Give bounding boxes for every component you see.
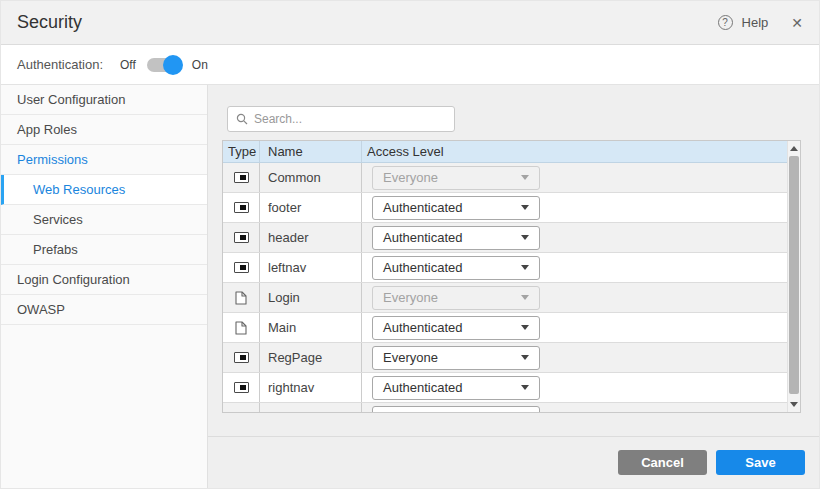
type-cell [223, 193, 260, 222]
main-panel: Type Name Access Level CommonEveryonefoo… [208, 85, 819, 488]
access-level-cell: Authenticated [362, 193, 787, 222]
chevron-down-icon [521, 205, 529, 210]
table-row: headerAuthenticated [223, 223, 787, 253]
type-cell [223, 283, 260, 312]
help-icon[interactable]: ? [718, 15, 733, 30]
column-header-access-level: Access Level [362, 141, 787, 162]
table-row: footerAuthenticated [223, 193, 787, 223]
table-row [223, 403, 787, 412]
scroll-down-arrow-icon[interactable] [790, 402, 798, 407]
access-level-cell: Authenticated [362, 373, 787, 402]
table-header-row: Type Name Access Level [223, 141, 787, 163]
partial-type-icon [234, 382, 249, 393]
scrollbar-thumb[interactable] [789, 156, 799, 394]
access-level-value: Everyone [383, 290, 438, 305]
table-row: MainAuthenticated [223, 313, 787, 343]
table-scrollbar[interactable] [787, 141, 800, 412]
window-header: Security ? Help ✕ [1, 1, 819, 45]
chevron-down-icon [521, 295, 529, 300]
security-window: Security ? Help ✕ Authentication: Off On… [0, 0, 820, 489]
resource-name: footer [260, 193, 362, 222]
search-icon [236, 113, 248, 125]
chevron-down-icon [521, 175, 529, 180]
page-title: Security [17, 12, 82, 33]
partial-type-icon [234, 202, 249, 213]
access-level-select[interactable]: Authenticated [372, 226, 540, 250]
access-level-value: Authenticated [383, 380, 463, 395]
resource-name: Main [260, 313, 362, 342]
footer-divider [208, 436, 819, 437]
column-header-name: Name [260, 141, 362, 162]
chevron-down-icon [521, 385, 529, 390]
access-level-value: Authenticated [383, 320, 463, 335]
sidebar-item-login-configuration[interactable]: Login Configuration [1, 265, 207, 295]
access-level-value: Authenticated [383, 230, 463, 245]
access-level-select[interactable]: Authenticated [372, 376, 540, 400]
toggle-knob [163, 55, 183, 75]
partial-type-icon [234, 232, 249, 243]
access-level-select: Everyone [372, 166, 540, 190]
close-icon[interactable]: ✕ [791, 15, 803, 31]
help-link[interactable]: Help [742, 15, 769, 30]
save-button[interactable]: Save [716, 450, 805, 475]
type-cell [223, 253, 260, 282]
type-cell [223, 343, 260, 372]
partial-type-icon [234, 172, 249, 183]
resource-name: Login [260, 283, 362, 312]
chevron-down-icon [521, 235, 529, 240]
resource-name: header [260, 223, 362, 252]
type-cell [223, 373, 260, 402]
table-row: rightnavAuthenticated [223, 373, 787, 403]
access-level-value: Everyone [383, 170, 438, 185]
sidebar-item-permissions[interactable]: Permissions [1, 145, 207, 175]
access-level-value: Authenticated [383, 200, 463, 215]
access-level-select[interactable]: Everyone [372, 346, 540, 370]
page-type-icon [235, 291, 247, 305]
cancel-button[interactable]: Cancel [618, 450, 707, 475]
authentication-label: Authentication: [17, 57, 103, 72]
resource-name: Common [260, 163, 362, 192]
access-level-select[interactable]: Authenticated [372, 256, 540, 280]
sidebar-item-user-configuration[interactable]: User Configuration [1, 85, 207, 115]
resources-table: Type Name Access Level CommonEveryonefoo… [222, 140, 801, 413]
chevron-down-icon [521, 355, 529, 360]
access-level-cell [362, 403, 787, 412]
access-level-cell: Everyone [362, 343, 787, 372]
authentication-bar: Authentication: Off On [1, 45, 819, 85]
sidebar-item-web-resources[interactable]: Web Resources [1, 175, 207, 205]
type-cell [223, 403, 260, 412]
authentication-toggle[interactable] [145, 55, 183, 75]
sidebar-item-prefabs[interactable]: Prefabs [1, 235, 207, 265]
access-level-value: Authenticated [383, 260, 463, 275]
resource-name: RegPage [260, 343, 362, 372]
access-level-select[interactable] [372, 406, 540, 413]
scroll-up-arrow-icon[interactable] [790, 146, 798, 151]
resource-name: rightnav [260, 373, 362, 402]
type-cell [223, 223, 260, 252]
table-row: RegPageEveryone [223, 343, 787, 373]
toggle-off-label: Off [120, 58, 136, 72]
access-level-select[interactable]: Authenticated [372, 316, 540, 340]
access-level-cell: Authenticated [362, 223, 787, 252]
sidebar-item-owasp[interactable]: OWASP [1, 295, 207, 325]
access-level-cell: Everyone [362, 163, 787, 192]
type-cell [223, 163, 260, 192]
resource-name: leftnav [260, 253, 362, 282]
chevron-down-icon [521, 325, 529, 330]
search-input[interactable] [254, 112, 446, 126]
sidebar-item-services[interactable]: Services [1, 205, 207, 235]
access-level-select[interactable]: Authenticated [372, 196, 540, 220]
column-header-type: Type [223, 141, 260, 162]
type-cell [223, 313, 260, 342]
sidebar-item-app-roles[interactable]: App Roles [1, 115, 207, 145]
partial-type-icon [234, 262, 249, 273]
search-box [227, 106, 455, 132]
access-level-select: Everyone [372, 286, 540, 310]
table-row: leftnavAuthenticated [223, 253, 787, 283]
page-type-icon [235, 321, 247, 335]
table-row: CommonEveryone [223, 163, 787, 193]
resource-name [260, 403, 362, 412]
access-level-cell: Authenticated [362, 253, 787, 282]
sidebar: User ConfigurationApp RolesPermissionsWe… [1, 85, 208, 488]
toggle-on-label: On [192, 58, 208, 72]
